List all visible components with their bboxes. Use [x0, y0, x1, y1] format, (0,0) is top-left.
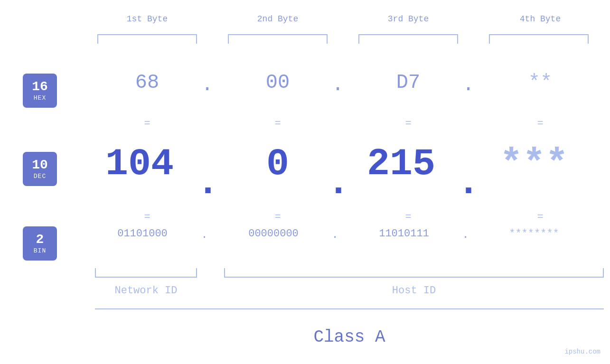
- eq-hex-dec-4: =: [493, 118, 588, 130]
- network-id-label: Network ID: [95, 285, 197, 297]
- dot-hex-1: .: [201, 74, 213, 96]
- bin-badge-num: 2: [36, 233, 44, 247]
- eq-dec-bin-2: =: [230, 211, 325, 223]
- eq-hex-dec-3: =: [361, 118, 456, 130]
- dec-val-3: 215: [354, 142, 449, 186]
- hex-badge-lbl: HEX: [34, 94, 46, 102]
- dec-val-4: ***: [487, 142, 582, 186]
- class-bracket: [95, 308, 604, 309]
- bin-val-2: 00000000: [226, 228, 321, 240]
- byte-label-2: 2nd Byte: [230, 14, 325, 24]
- bin-val-1: 01101000: [95, 228, 190, 240]
- eq-hex-dec-1: =: [100, 118, 195, 130]
- dot-bin-1: .: [201, 229, 207, 241]
- eq-hex-dec-2: =: [230, 118, 325, 130]
- dot-hex-3: .: [462, 74, 474, 96]
- byte-label-4: 4th Byte: [493, 14, 588, 24]
- dec-badge-lbl: DEC: [34, 173, 46, 180]
- dec-val-1: 104: [92, 142, 187, 186]
- bin-badge-lbl: BIN: [34, 247, 46, 254]
- eq-dec-bin-3: =: [361, 211, 456, 223]
- byte-label-1: 1st Byte: [100, 14, 195, 24]
- bracket-top-4: [489, 34, 589, 44]
- bracket-top-3: [358, 34, 458, 44]
- hex-badge: 16 HEX: [23, 74, 57, 108]
- dot-hex-2: .: [332, 74, 344, 96]
- main-container: 1st Byte 2nd Byte 3rd Byte 4th Byte 16 H…: [0, 0, 610, 364]
- bracket-bot-host: [224, 268, 604, 278]
- class-label: Class A: [95, 327, 604, 347]
- bracket-top-1: [97, 34, 197, 44]
- hex-val-1: 68: [100, 71, 195, 94]
- dot-dec-1: .: [197, 161, 219, 205]
- dot-bin-2: .: [332, 229, 338, 241]
- watermark: ipshu.com: [564, 348, 601, 355]
- dec-val-2: 0: [230, 142, 325, 186]
- dec-badge-num: 10: [32, 158, 48, 173]
- hex-val-3: D7: [361, 71, 456, 94]
- bin-val-3: 11010111: [357, 228, 451, 240]
- dot-bin-3: .: [462, 229, 469, 241]
- hex-badge-num: 16: [32, 80, 48, 94]
- hex-val-2: 00: [230, 71, 325, 94]
- dot-dec-3: .: [457, 161, 480, 205]
- bin-val-4: ********: [487, 228, 582, 240]
- dot-dec-2: .: [327, 161, 350, 205]
- hex-val-4: **: [493, 71, 588, 94]
- eq-dec-bin-1: =: [100, 211, 195, 223]
- dec-badge: 10 DEC: [23, 152, 57, 186]
- byte-label-3: 3rd Byte: [361, 14, 456, 24]
- host-id-label: Host ID: [224, 285, 604, 297]
- bin-badge: 2 BIN: [23, 226, 57, 261]
- bracket-top-2: [228, 34, 328, 44]
- eq-dec-bin-4: =: [493, 211, 588, 223]
- bracket-bot-network: [95, 268, 197, 278]
